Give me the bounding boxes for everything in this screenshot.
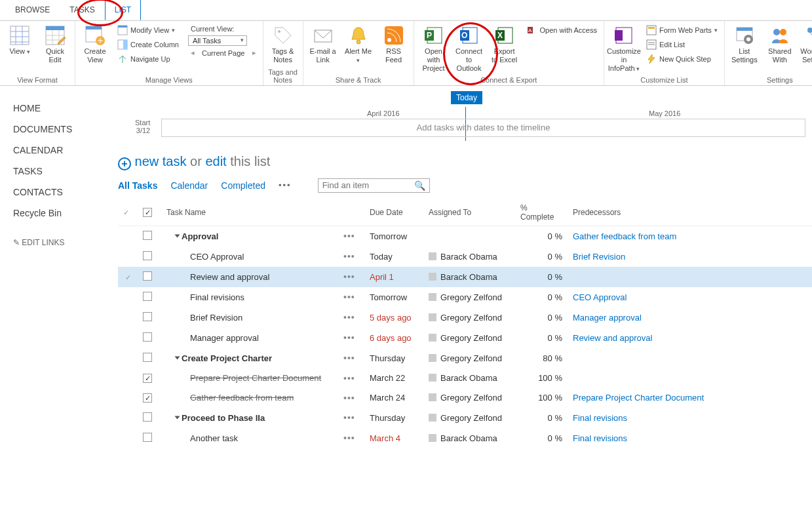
current-page-nav[interactable]: ◂ Current Page ▸	[188, 47, 259, 58]
modify-view-button[interactable]: Modify View	[115, 24, 182, 37]
sidebar-item-calendar[interactable]: CALENDAR	[13, 140, 111, 161]
open-project-button[interactable]: P Open with Project	[418, 24, 450, 75]
row-menu[interactable]: •••	[343, 412, 355, 423]
task-checkbox[interactable]	[143, 231, 152, 240]
tab-browse[interactable]: BROWSE	[5, 0, 60, 20]
sidebar-edit-links[interactable]: ✎ EDIT LINKS	[13, 233, 111, 252]
predecessor-link[interactable]: Manager approval	[573, 313, 642, 323]
view-button[interactable]: View	[4, 24, 35, 57]
list-settings-button[interactable]: List Settings	[729, 24, 760, 66]
search-input[interactable]	[322, 180, 414, 190]
predecessor-link[interactable]: Final revisions	[573, 433, 627, 443]
predecessor-link[interactable]: Gather feedback from team	[573, 231, 676, 241]
task-name[interactable]: Create Project Charter	[182, 353, 272, 363]
quick-edit-button[interactable]: Quick Edit	[39, 24, 71, 66]
table-row[interactable]: Prepare Project Charter Document•••March…	[118, 368, 812, 388]
task-name[interactable]: Manager approval	[190, 333, 259, 343]
task-checkbox[interactable]	[143, 251, 152, 260]
task-name[interactable]: Approval	[182, 231, 218, 241]
view-all-tasks[interactable]: All Tasks	[118, 180, 157, 191]
workflow-settings-button[interactable]: Workflow Settings	[800, 24, 812, 75]
table-row[interactable]: Create Project Charter•••ThursdayGregory…	[118, 348, 812, 368]
edit-list-link[interactable]: edit	[205, 154, 226, 168]
task-checkbox[interactable]	[143, 393, 152, 403]
row-menu[interactable]: •••	[343, 271, 355, 282]
task-checkbox[interactable]	[143, 271, 152, 281]
table-row[interactable]: Proceed to Phase IIa•••ThursdayGregory Z…	[118, 408, 812, 428]
view-calendar[interactable]: Calendar	[170, 180, 208, 191]
alert-me-button[interactable]: Alert Me	[343, 24, 374, 66]
row-menu[interactable]: •••	[343, 353, 355, 363]
task-name[interactable]: Prepare Project Charter Document	[190, 373, 321, 383]
task-name[interactable]: Proceed to Phase IIa	[182, 413, 265, 423]
task-checkbox[interactable]	[143, 412, 152, 422]
row-menu[interactable]: •••	[343, 393, 355, 403]
col-assigned-to[interactable]: Assigned To	[423, 199, 515, 226]
predecessor-link[interactable]: Prepare Project Charter Document	[573, 393, 704, 403]
task-checkbox[interactable]	[143, 433, 152, 442]
row-menu[interactable]: •••	[343, 251, 355, 262]
task-checkbox[interactable]	[143, 292, 152, 301]
col-task-name[interactable]: Task Name	[161, 199, 338, 226]
task-checkbox[interactable]	[143, 374, 152, 383]
email-link-button[interactable]: E-mail a Link	[307, 24, 339, 66]
tab-tasks[interactable]: TASKS	[60, 0, 104, 20]
form-web-parts-button[interactable]: Form Web Parts	[644, 24, 720, 37]
table-row[interactable]: Another task•••March 4Barack Obama0 %Fin…	[118, 428, 812, 448]
shared-with-button[interactable]: Shared With	[764, 24, 796, 66]
task-name[interactable]: CEO Approval	[190, 252, 244, 262]
create-view-button[interactable]: Create View	[79, 24, 111, 66]
search-icon[interactable]: 🔍	[414, 180, 425, 191]
customize-infopath-button[interactable]: Customize in InfoPath	[608, 24, 640, 75]
sidebar-item-tasks[interactable]: TASKS	[13, 161, 111, 182]
task-checkbox[interactable]	[143, 353, 152, 362]
sidebar-item-contacts[interactable]: CONTACTS	[13, 182, 111, 203]
view-more[interactable]: •••	[279, 180, 292, 190]
timeline-bar[interactable]: Add tasks with dates to the timeline	[161, 119, 805, 137]
create-column-button[interactable]: Create Column	[115, 38, 182, 51]
predecessor-link[interactable]: Final revisions	[573, 413, 627, 423]
row-menu[interactable]: •••	[343, 433, 355, 443]
predecessor-link[interactable]: Brief Revision	[573, 252, 625, 262]
col-checkbox[interactable]	[138, 199, 161, 226]
search-box[interactable]: 🔍	[318, 178, 430, 193]
row-menu[interactable]: •••	[343, 231, 355, 241]
table-row[interactable]: Final revisions•••TomorrowGregory Zelfon…	[118, 287, 812, 307]
open-access-button[interactable]: AOpen with Access	[524, 24, 600, 37]
col-due-date[interactable]: Due Date	[364, 199, 423, 226]
sidebar-item-documents[interactable]: DOCUMENTS	[13, 119, 111, 140]
table-row[interactable]: Gather feedback from team•••March 24Greg…	[118, 388, 812, 408]
new-quick-step-button[interactable]: New Quick Step	[644, 52, 720, 66]
new-task-link[interactable]: new task	[135, 154, 187, 168]
predecessor-link[interactable]: CEO Approval	[573, 292, 627, 302]
rss-button[interactable]: RSS Feed	[378, 24, 410, 66]
navigate-up-button[interactable]: Navigate Up	[115, 52, 182, 66]
col-pct-complete[interactable]: % Complete	[515, 199, 568, 226]
table-row[interactable]: Brief Revision•••5 days agoGregory Zelfo…	[118, 307, 812, 328]
task-checkbox[interactable]	[143, 332, 152, 342]
view-completed[interactable]: Completed	[221, 180, 265, 191]
sidebar-item-recycle[interactable]: Recycle Bin	[13, 203, 111, 224]
row-menu[interactable]: •••	[343, 373, 355, 384]
task-name[interactable]: Brief Revision	[190, 313, 242, 323]
col-done[interactable]: ✓	[118, 199, 138, 226]
row-menu[interactable]: •••	[343, 312, 355, 323]
plus-icon[interactable]: +	[118, 157, 131, 170]
tab-list[interactable]: LIST	[105, 0, 141, 20]
edit-list-button[interactable]: Edit List	[644, 38, 720, 51]
task-checkbox[interactable]	[143, 312, 152, 321]
table-row[interactable]: Approval•••Tomorrow0 %Gather feedback fr…	[118, 226, 812, 247]
row-menu[interactable]: •••	[343, 292, 355, 302]
current-view-select[interactable]: All Tasks	[188, 35, 247, 46]
task-name[interactable]: Final revisions	[190, 292, 244, 302]
sidebar-item-home[interactable]: HOME	[13, 98, 111, 119]
task-name[interactable]: Review and approval	[190, 272, 269, 282]
tags-notes-button[interactable]: Tags & Notes	[267, 24, 299, 66]
table-row[interactable]: Manager approval•••6 days agoGregory Zel…	[118, 328, 812, 348]
predecessor-link[interactable]: Review and approval	[573, 333, 652, 343]
row-menu[interactable]: •••	[343, 332, 355, 343]
col-predecessors[interactable]: Predecessors	[568, 199, 812, 226]
task-name[interactable]: Gather feedback from team	[190, 393, 294, 403]
export-excel-button[interactable]: X Export to Excel	[489, 24, 520, 66]
connect-outlook-button[interactable]: O Connect to Outlook	[454, 24, 485, 75]
